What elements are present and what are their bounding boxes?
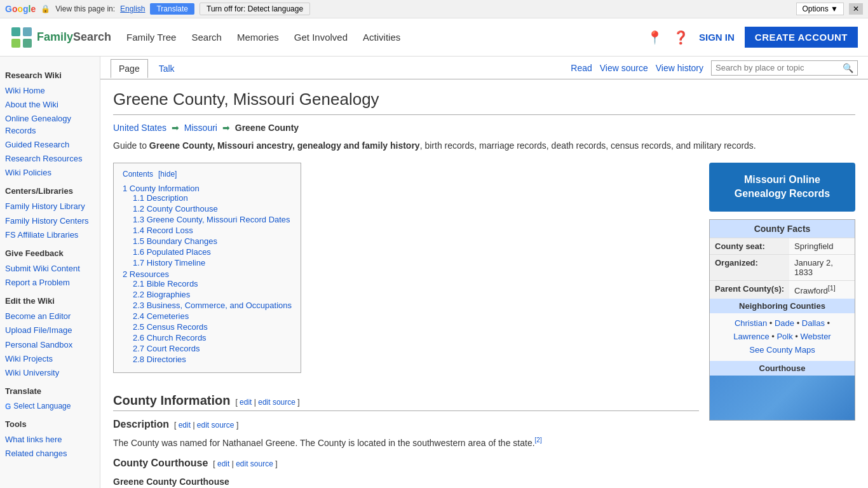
neighbor-lawrence[interactable]: Lawrence: [733, 332, 769, 341]
sidebar-item-sandbox[interactable]: Personal Sandbox: [5, 338, 95, 352]
toc-2[interactable]: 2 Resources: [123, 269, 169, 279]
infobox-neighbors: Christian • Dade • Dallas • Lawrence • P…: [710, 313, 855, 360]
main-nav: Family Tree Search Memories Get Involved…: [126, 29, 647, 45]
sidebar-item-guided-research[interactable]: Guided Research: [5, 138, 95, 152]
toc-2-6[interactable]: 2.6 Church Records: [133, 333, 207, 342]
tab-talk[interactable]: Talk: [151, 59, 183, 78]
sidebar-item-fhl[interactable]: Family History Library: [5, 200, 95, 214]
contents-title: Contents [hide]: [123, 170, 292, 179]
see-county-maps[interactable]: See County Maps: [749, 345, 815, 355]
edit-description[interactable]: edit: [179, 421, 191, 430]
toc-2-4[interactable]: 2.4 Cemeteries: [133, 311, 189, 321]
neighbor-webster[interactable]: Webster: [801, 332, 831, 341]
infobox-organized-value: January 2, 1833: [789, 254, 855, 280]
edit-source-county-info[interactable]: edit source: [258, 398, 295, 407]
sidebar-item-upload[interactable]: Upload File/Image: [5, 323, 95, 337]
subsection-description-edit: [ edit | edit source ]: [174, 421, 238, 430]
location-icon[interactable]: 📍: [647, 30, 663, 45]
edit-source-description[interactable]: edit source: [197, 421, 234, 430]
infobox-parent-link[interactable]: Crawford: [794, 286, 828, 295]
toc-2-2[interactable]: 2.2 Biographies: [133, 290, 190, 299]
toc-1-7[interactable]: 1.7 History Timeline: [133, 258, 205, 268]
toc-1-3[interactable]: 1.3 Greene County, Missouri Record Dates: [133, 215, 290, 224]
subsection-courthouse-edit: [ edit | edit source ]: [213, 459, 277, 468]
contents-hide[interactable]: [hide]: [158, 170, 177, 179]
neighbor-christian[interactable]: Christian: [735, 318, 767, 328]
toc-1-1[interactable]: 1.1 Description: [133, 193, 188, 203]
tab-view-source[interactable]: View source: [600, 63, 648, 73]
breadcrumb-us[interactable]: United States: [113, 123, 166, 133]
sidebar-translate-title: Translate: [5, 386, 95, 396]
sidebar-item-related-changes[interactable]: Related changes: [5, 447, 95, 461]
description-text: The County was named for Nathanael Green…: [113, 435, 699, 450]
contents-box: Contents [hide] 1 County Information 1.1…: [113, 163, 301, 373]
neighbor-dade[interactable]: Dade: [775, 318, 794, 328]
nav-get-involved[interactable]: Get Involved: [294, 29, 348, 45]
sidebar-item-become-editor[interactable]: Become an Editor: [5, 309, 95, 323]
translate-prefix: View this page in:: [55, 4, 115, 13]
sidebar-item-wiki-projects[interactable]: Wiki Projects: [5, 352, 95, 366]
turnoff-button[interactable]: Turn off for: Detect language: [200, 3, 310, 15]
edit-county-info[interactable]: edit: [240, 398, 252, 407]
toc-2-5[interactable]: 2.5 Census Records: [133, 322, 208, 332]
breadcrumb-arrow2: ➡: [222, 123, 230, 133]
sidebar-item-wiki-university[interactable]: Wiki University: [5, 366, 95, 380]
close-translate-button[interactable]: ✕: [849, 3, 863, 15]
sidebar-item-what-links-here[interactable]: What links here: [5, 433, 95, 447]
nav-activities[interactable]: Activities: [363, 29, 400, 45]
nav-memories[interactable]: Memories: [237, 29, 279, 45]
breadcrumb: United States ➡ Missouri ➡ Greene County: [113, 123, 855, 133]
edit-source-courthouse[interactable]: edit source: [236, 459, 273, 468]
sidebar-item-affiliate[interactable]: FS Affiliate Libraries: [5, 228, 95, 242]
neighbor-dallas[interactable]: Dallas: [802, 318, 825, 328]
tab-read[interactable]: Read: [571, 63, 592, 73]
toc-1-5[interactable]: 1.5 Boundary Changes: [133, 236, 217, 246]
nav-search[interactable]: Search: [191, 29, 222, 45]
sidebar-item-genealogy-records[interactable]: Online Genealogy Records: [5, 112, 95, 137]
translate-button[interactable]: Translate: [150, 3, 194, 15]
article-right: Missouri Online Genealogy Records County…: [709, 163, 855, 488]
google-logo: Google: [5, 4, 36, 14]
svg-rect-1: [23, 27, 32, 36]
toc-2-7[interactable]: 2.7 Court Records: [133, 344, 200, 353]
toc-1-6[interactable]: 1.6 Populated Places: [133, 247, 211, 257]
missouri-button[interactable]: Missouri Online Genealogy Records: [709, 163, 855, 212]
article-main: Contents [hide] 1 County Information 1.1…: [113, 163, 855, 488]
nav-family-tree[interactable]: Family Tree: [126, 29, 176, 45]
infobox-parent-ref[interactable]: [1]: [828, 284, 836, 292]
sidebar-item-wiki-policies[interactable]: Wiki Policies: [5, 166, 95, 180]
sidebar-tools-title: Tools: [5, 419, 95, 429]
logo-link[interactable]: FamilySearch: [10, 26, 111, 49]
breadcrumb-missouri[interactable]: Missouri: [184, 123, 217, 133]
toc-2-1[interactable]: 2.1 Bible Records: [133, 279, 198, 288]
toc-2-8[interactable]: 2.8 Directories: [133, 355, 186, 364]
county-facts-infobox: County Facts County seat: Springfield Or…: [709, 219, 855, 421]
toc-1[interactable]: 1 County Information: [123, 184, 200, 193]
sidebar-item-report[interactable]: Report a Problem: [5, 276, 95, 290]
sidebar-item-select-language[interactable]: Select Language: [13, 400, 71, 413]
neighbor-polk[interactable]: Polk: [776, 332, 792, 341]
section-county-info-edit: [ edit | edit source ]: [235, 398, 299, 407]
sidebar-item-wiki-home[interactable]: Wiki Home: [5, 84, 95, 98]
options-button[interactable]: Options ▼: [796, 3, 844, 15]
create-account-button[interactable]: CREATE ACCOUNT: [745, 27, 858, 48]
help-icon[interactable]: ❓: [673, 30, 689, 45]
ref-2[interactable]: [2]: [535, 437, 542, 444]
language-link[interactable]: English: [120, 4, 145, 13]
contents-list: 1 County Information 1.1 Description 1.2…: [123, 184, 292, 364]
toc-2-3[interactable]: 2.3 Business, Commerce, and Occupations: [133, 301, 292, 310]
tab-view-history[interactable]: View history: [656, 63, 703, 73]
sidebar-centers-title: Centers/Libraries: [5, 186, 95, 196]
edit-courthouse[interactable]: edit: [217, 459, 229, 468]
search-input[interactable]: [715, 63, 843, 72]
sidebar-item-about[interactable]: About the Wiki: [5, 98, 95, 112]
toc-1-2[interactable]: 1.2 County Courthouse: [133, 204, 218, 214]
tab-page[interactable]: Page: [111, 59, 148, 78]
sidebar-item-submit[interactable]: Submit Wiki Content: [5, 262, 95, 276]
sidebar-item-fhc[interactable]: Family History Centers: [5, 214, 95, 228]
sidebar-item-research-resources[interactable]: Research Resources: [5, 152, 95, 166]
search-button[interactable]: 🔍: [843, 63, 853, 73]
toc-1-4[interactable]: 1.4 Record Loss: [133, 226, 193, 235]
sign-in-button[interactable]: SIGN IN: [699, 32, 735, 43]
nav-right: 📍 ❓ SIGN IN CREATE ACCOUNT: [647, 27, 858, 48]
